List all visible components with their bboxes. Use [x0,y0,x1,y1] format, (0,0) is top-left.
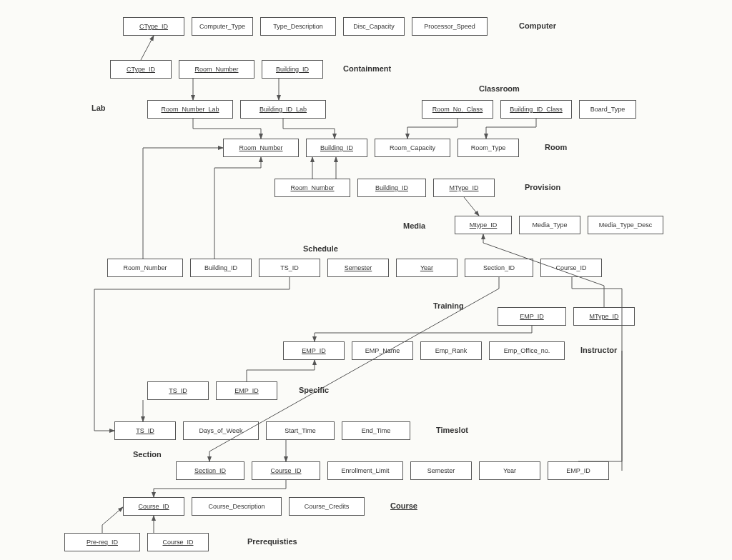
schedule-sem: Semester [327,259,389,277]
schedule-year: Year [396,259,458,277]
room-label: Room [545,143,567,151]
timeslot-label: Timeslot [436,426,468,434]
schedule-course: Course_ID [540,259,602,277]
prereq-id: Pre-req_ID [64,533,140,551]
course-desc: Course_Description [192,497,282,516]
svg-line-6 [464,197,479,216]
section-enroll: Enrollment_Limit [327,461,403,480]
prerequisites-label: Prerequisties [247,537,297,546]
classroom-bldg: Building_ID_Class [500,100,572,119]
schedule-room: Room_Number [107,259,183,277]
lab-bldg: Building_ID_Lab [240,100,326,119]
course-label: Course [390,501,417,510]
ts-end: End_Time [342,421,410,440]
instr-office: Emp_Office_no. [489,341,565,360]
containment-bldg: Building_ID [262,60,323,79]
containment-label: Containment [343,64,391,73]
room-type: Room_Type [458,139,519,157]
section-year: Year [479,461,540,480]
schedule-ts: TS_ID [259,259,320,277]
media-desc: Media_Type_Desc [588,216,663,234]
computer-disc: Disc_Capacity [343,17,405,36]
section-emp: EMP_ID [548,461,609,480]
training-emp: EMP_ID [498,307,566,326]
instructor-label: Instructor [580,346,617,354]
instr-rank: Emp_Rank [420,341,482,360]
media-label: Media [403,221,425,230]
classroom-label: Classroom [479,84,520,93]
classroom-room: Room_No._Class [422,100,493,119]
ts-days: Days_of_Week [183,421,259,440]
containment-room: Room_Number [179,60,254,79]
schedule-section: Section_ID [465,259,533,277]
specific-ts: TS_ID [147,381,209,400]
media-type: Media_Type [519,216,580,234]
provision-room: Room_Number [274,179,350,197]
instr-emp: EMP_ID [283,341,345,360]
schedule-bldg: Building_ID [190,259,252,277]
ts-id: TS_ID [114,421,176,440]
provision-mtype: MType_ID [433,179,495,197]
room-cap: Room_Capacity [375,139,450,157]
ts-start: Start_Time [266,421,335,440]
course-id: Course_ID [123,497,184,516]
room-bldg: Building_ID [306,139,367,157]
section-sem: Semester [410,461,472,480]
provision-bldg: Building_ID [357,179,426,197]
containment-ctype: CType_ID [110,60,172,79]
instr-name: EMP_Name [352,341,413,360]
section-course: Course_ID [252,461,320,480]
section-id: Section_ID [176,461,244,480]
training-label: Training [433,301,464,310]
computer-type: Computer_Type [192,17,253,36]
course-credit: Course_Credits [289,497,365,516]
specific-label: Specific [299,386,329,394]
diagram-canvas: CType_ID Computer_Type Type_Description … [0,0,732,560]
lab-room: Room_Number_Lab [147,100,233,119]
computer-desc: Type_Description [260,17,336,36]
specific-emp: EMP_ID [216,381,277,400]
lab-label: Lab [92,104,106,112]
prereq-course: Course_ID [147,533,209,551]
computer-proc: Processor_Speed [412,17,488,36]
media-mtype: Mtype_ID [455,216,512,234]
classroom-board: Board_Type [579,100,636,119]
room-number: Room_Number [223,139,299,157]
schedule-label: Schedule [303,244,338,253]
training-mtype: MType_ID [573,307,635,326]
computer-label: Computer [519,21,556,30]
svg-line-1 [141,36,154,60]
provision-label: Provision [525,183,560,191]
computer-ctype-id: CType_ID [123,17,184,36]
section-label: Section [133,450,162,459]
